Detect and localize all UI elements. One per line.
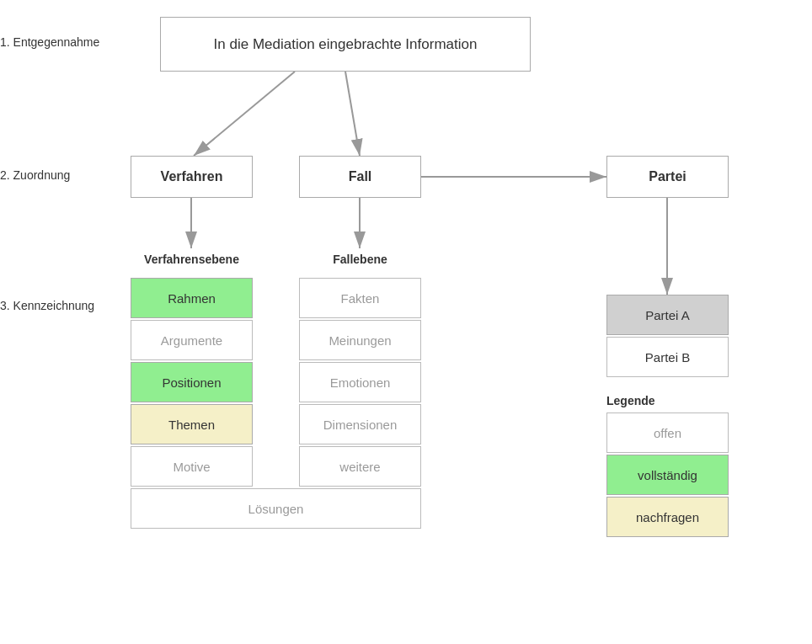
verfahren-box: Verfahren [131, 156, 253, 198]
partei-box: Partei [606, 156, 729, 198]
themen-box[interactable]: Themen [131, 404, 253, 444]
legende-vollstaendig: vollständig [606, 455, 729, 495]
verfahrensebene-header: Verfahrensebene [131, 253, 253, 266]
positionen-box[interactable]: Positionen [131, 362, 253, 402]
fallebene-header: Fallebene [299, 253, 421, 266]
svg-line-1 [194, 72, 295, 156]
legende-nachfragen: nachfragen [606, 497, 729, 537]
partei-a-box[interactable]: Partei A [606, 295, 729, 335]
diagram-container: 1. Entgegennahme 2. Zuordnung 3. Kennzei… [0, 0, 812, 644]
fall-box: Fall [299, 156, 421, 198]
partei-b-box[interactable]: Partei B [606, 337, 729, 377]
fakten-box[interactable]: Fakten [299, 278, 421, 318]
level1-label: 1. Entgegennahme [0, 35, 99, 49]
weitere-box[interactable]: weitere [299, 446, 421, 487]
argumente-box[interactable]: Argumente [131, 320, 253, 360]
meinungen-box[interactable]: Meinungen [299, 320, 421, 360]
legende-offen: offen [606, 412, 729, 453]
loesungen-box[interactable]: Lösungen [131, 488, 421, 529]
motive-box[interactable]: Motive [131, 446, 253, 487]
level2-label: 2. Zuordnung [0, 168, 70, 182]
svg-line-2 [345, 72, 360, 156]
top-box: In die Mediation eingebrachte Informatio… [160, 17, 531, 72]
emotionen-box[interactable]: Emotionen [299, 362, 421, 402]
rahmen-box[interactable]: Rahmen [131, 278, 253, 318]
dimensionen-box[interactable]: Dimensionen [299, 404, 421, 444]
legende-title: Legende [606, 394, 729, 407]
level3-label: 3. Kennzeichnung [0, 299, 94, 312]
